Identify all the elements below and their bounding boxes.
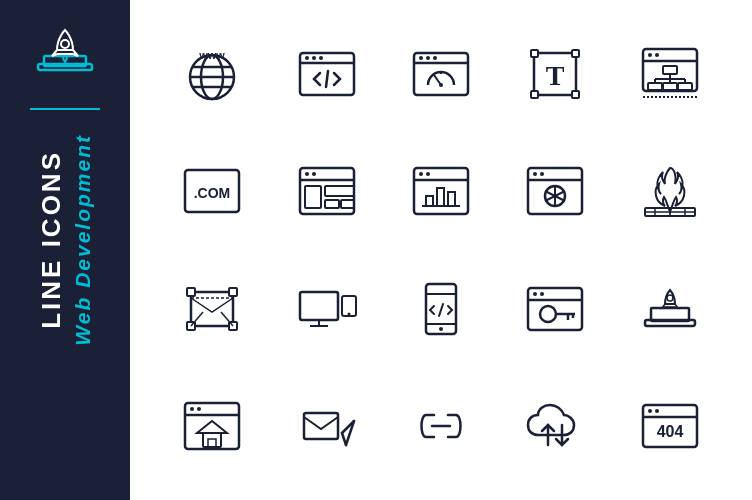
- svg-rect-35: [663, 66, 677, 74]
- chart-browser-icon: [389, 138, 493, 246]
- svg-point-18: [426, 56, 430, 60]
- svg-point-121: [655, 409, 659, 413]
- rocket-laptop-icon: [618, 255, 722, 363]
- svg-line-83: [221, 312, 233, 326]
- speed-browser-icon: [389, 20, 493, 128]
- svg-rect-61: [437, 188, 444, 206]
- rocket-logo-icon: [30, 20, 100, 90]
- svg-point-96: [533, 292, 537, 296]
- svg-point-21: [439, 83, 443, 87]
- svg-rect-110: [208, 439, 216, 447]
- sidebar: LINE ICONS Web Development: [0, 0, 130, 500]
- browser-key-icon: [503, 255, 607, 363]
- dotcom-icon: .COM: [160, 138, 264, 246]
- cloud-upload-icon: [503, 373, 607, 481]
- svg-point-65: [533, 172, 537, 176]
- svg-text:.COM: .COM: [194, 185, 231, 201]
- svg-rect-41: [648, 83, 662, 90]
- main-content: WWW: [130, 0, 752, 500]
- svg-point-11: [305, 56, 309, 60]
- chain-link-icon: [389, 373, 493, 481]
- rotated-labels: LINE ICONS Web Development: [38, 134, 93, 346]
- web-dev-label: Web Development: [72, 134, 93, 346]
- svg-rect-62: [448, 192, 455, 206]
- vector-edit-icon: [160, 255, 264, 363]
- svg-point-98: [540, 306, 556, 322]
- svg-rect-76: [191, 292, 233, 326]
- www-globe-icon: WWW: [160, 20, 264, 128]
- svg-text:T: T: [546, 60, 565, 91]
- svg-line-82: [191, 312, 203, 326]
- svg-point-92: [439, 327, 443, 331]
- firewall-icon: [618, 138, 722, 246]
- icons-grid: WWW: [160, 20, 722, 480]
- svg-rect-26: [531, 50, 538, 57]
- svg-point-49: [305, 172, 309, 176]
- svg-rect-52: [325, 186, 354, 196]
- svg-point-58: [426, 172, 430, 176]
- bug-browser-icon: [503, 138, 607, 246]
- svg-text:404: 404: [656, 423, 683, 440]
- svg-rect-42: [663, 83, 677, 90]
- sidebar-divider: [30, 108, 100, 110]
- svg-rect-54: [341, 200, 354, 208]
- svg-point-50: [312, 172, 316, 176]
- email-send-icon: [274, 373, 378, 481]
- svg-rect-28: [531, 91, 538, 98]
- svg-rect-53: [325, 200, 339, 208]
- svg-rect-77: [187, 288, 195, 296]
- svg-point-34: [655, 53, 659, 57]
- svg-point-57: [419, 172, 423, 176]
- svg-point-17: [419, 56, 423, 60]
- code-browser-icon: [274, 20, 378, 128]
- svg-rect-51: [305, 186, 321, 208]
- svg-rect-84: [300, 292, 338, 320]
- svg-point-13: [319, 56, 323, 60]
- svg-line-14: [326, 71, 328, 87]
- error-404-icon: 404: [618, 373, 722, 481]
- svg-point-88: [347, 312, 350, 315]
- svg-point-66: [540, 172, 544, 176]
- svg-point-2: [61, 40, 69, 48]
- layout-browser-icon: [274, 138, 378, 246]
- sitemap-browser-icon: [618, 20, 722, 128]
- svg-point-97: [540, 292, 544, 296]
- mobile-code-icon: [389, 255, 493, 363]
- svg-line-93: [439, 304, 443, 316]
- home-browser-icon: [160, 373, 264, 481]
- svg-rect-109: [203, 433, 221, 447]
- svg-point-12: [312, 56, 316, 60]
- svg-point-108: [197, 407, 201, 411]
- svg-rect-43: [678, 83, 692, 90]
- line-icons-label: LINE ICONS: [38, 150, 64, 329]
- responsive-icon: [274, 255, 378, 363]
- svg-point-19: [433, 56, 437, 60]
- svg-point-120: [648, 409, 652, 413]
- svg-rect-29: [572, 91, 579, 98]
- svg-point-104: [667, 295, 673, 301]
- svg-rect-60: [426, 196, 433, 206]
- svg-rect-27: [572, 50, 579, 57]
- text-browser-icon: T: [503, 20, 607, 128]
- sidebar-logo: [30, 20, 100, 90]
- svg-rect-111: [304, 413, 338, 439]
- svg-rect-78: [229, 288, 237, 296]
- svg-text:WWW: WWW: [199, 51, 225, 61]
- svg-point-33: [648, 53, 652, 57]
- svg-point-107: [190, 407, 194, 411]
